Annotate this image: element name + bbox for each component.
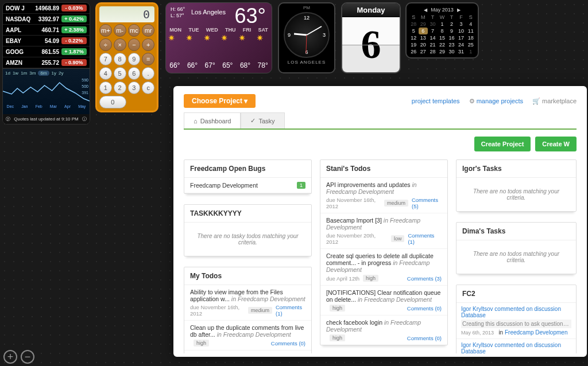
cal-day[interactable]: 31 [457,48,466,55]
cal-day[interactable]: 3 [457,21,466,28]
project-templates-link[interactable]: project templates [412,98,460,105]
range-6m[interactable]: 6m [38,71,49,76]
task-row[interactable]: CRM IMPROVEMENTS in Freedcamp Developmen… [184,351,311,357]
cal-day[interactable]: 23 [447,41,457,48]
cal-day[interactable]: 5 [409,28,419,34]
calc-key-÷[interactable]: ÷ [99,38,112,51]
cal-day[interactable]: 24 [457,41,466,48]
task-row[interactable]: Create sql queries to delete all duplica… [320,249,447,286]
cal-day[interactable]: 13 [419,34,428,41]
comments-link[interactable]: Comments (0) [407,305,442,312]
cal-prev[interactable]: ◀ [424,7,427,13]
cal-day[interactable]: 19 [409,41,419,48]
calc-key-6[interactable]: 6 [128,67,141,80]
cal-day[interactable]: 7 [428,28,438,34]
task-row[interactable]: Basecamp Import [3] in Freedcamp Develop… [320,213,447,249]
cal-day[interactable]: 1 [438,21,447,28]
calc-key-9[interactable]: 9 [128,53,141,65]
calc-key-4[interactable]: 4 [99,67,112,80]
cal-day[interactable]: 30 [428,21,438,28]
comments-link[interactable]: Comments (3) [407,275,442,282]
cal-day[interactable]: 29 [419,21,428,28]
stock-row[interactable]: EBAY54.09- 0.22% [3,36,90,46]
range-1w[interactable]: 1w [13,71,18,76]
remove-widget-button[interactable]: − [21,350,34,364]
range-1m[interactable]: 1m [21,71,27,76]
create-project-button[interactable]: Create Project [474,137,531,151]
cal-day[interactable]: 6 [419,28,428,34]
cal-day[interactable]: 1 [466,48,475,55]
info-icon[interactable]: ⓘ [82,116,87,122]
calc-key-c[interactable]: c [142,81,154,94]
tab-dashboard[interactable]: ⌂Dashboard [184,112,241,129]
task-row[interactable]: check facebook login in Freedcamp Develo… [320,316,447,345]
task-row[interactable]: API improvements and updates in Freedcam… [320,178,447,213]
cal-day[interactable]: 17 [457,34,466,41]
range-1d[interactable]: 1d [5,71,10,76]
cal-day[interactable]: 26 [409,48,419,55]
calc-key-m+[interactable]: m+ [99,24,112,37]
cal-day[interactable]: 29 [438,48,447,55]
tab-tasky[interactable]: ✓Tasky [241,112,284,129]
cal-day[interactable]: 11 [466,28,475,34]
calc-key-.[interactable]: . [142,67,154,80]
cal-day[interactable]: 8 [438,28,447,34]
range-2y[interactable]: 2y [59,71,63,76]
stock-row[interactable]: AAPL460.71+ 2.38% [3,25,90,36]
calc-key-5[interactable]: 5 [114,67,126,80]
task-row[interactable]: Ability to view image from the Files app… [184,285,311,321]
cal-day[interactable]: 20 [419,41,428,48]
stock-row[interactable]: NASDAQ3392.97+ 0.42% [3,14,90,25]
cal-day[interactable]: 4 [466,21,475,28]
calc-key-×[interactable]: × [114,38,126,51]
manage-projects-link[interactable]: manage projects [469,98,523,105]
stock-row[interactable]: AMZN255.72- 0.90% [3,57,90,68]
cal-day[interactable]: 14 [428,34,438,41]
cal-day[interactable]: 28 [409,21,419,28]
feed-item[interactable]: Igor Kryltsov commented on discussion Da… [457,303,576,339]
cal-day[interactable]: 16 [447,34,457,41]
cal-day[interactable]: 21 [428,41,438,48]
marketplace-link[interactable]: 🛒 marketplace [532,98,577,105]
calc-key-m-[interactable]: m- [114,24,126,37]
task-row[interactable]: [NOTIFICATIONS] Clear notification queue… [320,286,447,316]
cal-day[interactable]: 10 [457,28,466,34]
cal-day[interactable]: 15 [438,34,447,41]
comments-link[interactable]: Comments (0) [271,340,305,346]
calc-key-3[interactable]: 3 [128,81,141,94]
comments-link[interactable]: Comments (1) [276,304,305,317]
calc-key-7[interactable]: 7 [99,53,112,65]
create-w-button[interactable]: Create W [535,137,577,151]
calc-key-8[interactable]: 8 [114,53,126,65]
calc-key-=[interactable]: = [142,53,154,65]
cal-day[interactable]: 25 [466,41,475,48]
calc-key-1[interactable]: 1 [99,81,112,94]
stock-row[interactable]: DOW J14968.89- 0.03% [3,3,90,14]
calc-key-mc[interactable]: mc [128,24,141,37]
add-widget-button[interactable]: + [3,350,17,364]
stock-row[interactable]: GOOG861.55+ 1.87% [3,46,90,57]
comments-link[interactable]: Comments (5) [412,197,442,209]
project-row[interactable]: Freedcamp Development1 [184,178,311,193]
cal-day[interactable]: 12 [409,34,419,41]
task-row[interactable]: Clean up the duplicate comments from liv… [184,321,311,351]
cal-day[interactable]: 28 [428,48,438,55]
range-3m[interactable]: 3m [29,71,36,76]
range-1y[interactable]: 1y [52,71,56,76]
cal-next[interactable]: ▶ [457,7,461,13]
calc-key-mr[interactable]: mr [142,24,154,37]
cal-day[interactable]: 27 [419,48,428,55]
cal-day[interactable]: 22 [438,41,447,48]
cal-day[interactable]: 9 [447,28,457,34]
calc-key-2[interactable]: 2 [114,81,126,94]
comments-link[interactable]: Comments (0) [407,335,442,341]
choose-project-button[interactable]: Choose Project [184,94,256,108]
calc-key-−[interactable]: − [128,38,141,51]
comments-link[interactable]: Comments (1) [408,232,442,245]
cal-day[interactable]: 2 [447,21,457,28]
cal-day[interactable]: 30 [447,48,457,55]
feed-item[interactable]: Igor Kryltsov commented on discussion Da… [457,339,576,357]
calc-key-+[interactable]: + [142,38,154,51]
cal-day[interactable]: 18 [466,34,475,41]
calc-key-0[interactable]: 0 [99,96,126,108]
